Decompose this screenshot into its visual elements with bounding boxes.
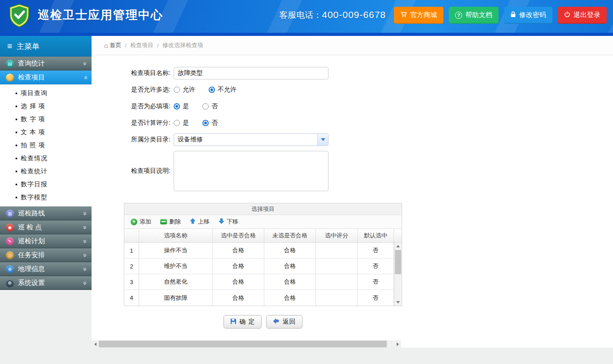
submenu-item-label: 文 本 项 bbox=[21, 128, 45, 136]
radio-checked-icon[interactable] bbox=[209, 87, 215, 93]
cell-unselected-ok: 合格 bbox=[264, 243, 316, 258]
service-phone-number: 400-009-6678 bbox=[322, 9, 386, 20]
submenu-item-project-query[interactable]: 项目查询 bbox=[0, 87, 92, 100]
breadcrumb-home[interactable]: ⌂首页 bbox=[104, 41, 121, 49]
sidebar-item-geo[interactable]: ⊕ 地理信息 » bbox=[0, 262, 92, 276]
table-row[interactable]: 4 固有故障 合格 合格 否 bbox=[124, 290, 394, 306]
radio-yes-label: 是 bbox=[183, 119, 189, 127]
chevron-down-icon[interactable] bbox=[317, 134, 328, 145]
horizontal-scrollbar-thumb[interactable] bbox=[99, 341, 387, 347]
service-phone: 客服电话：400-009-6678 bbox=[279, 9, 386, 21]
table-row[interactable]: 2 维护不当 合格 合格 否 bbox=[124, 259, 394, 274]
sidebar-item-routes[interactable]: ▥ 巡检路线 » bbox=[0, 206, 92, 220]
item-name-input[interactable] bbox=[174, 67, 328, 79]
category-select[interactable]: 设备维修 bbox=[174, 133, 328, 146]
submenu-item-number-item[interactable]: 数 字 项 bbox=[0, 113, 92, 126]
radio-score-no[interactable]: 否 bbox=[202, 119, 218, 127]
submenu-item-number-daily[interactable]: 数字日报 bbox=[0, 178, 92, 191]
form-row-required: 是否为必填项: 是 否 bbox=[124, 100, 613, 113]
official-shop-button[interactable]: 官方商城 bbox=[394, 7, 443, 24]
options-table: 选择项目 +添加 删除 上移 下移 选项名称 选中是否合格 未选是否合格 选中评… bbox=[124, 203, 402, 306]
add-option-label: 添加 bbox=[140, 218, 151, 226]
radio-required-no[interactable]: 否 bbox=[202, 102, 218, 110]
col-unselected-ok[interactable]: 未选是否合格 bbox=[264, 229, 316, 242]
radio-checked-icon[interactable] bbox=[202, 120, 209, 126]
radio-not-allow[interactable]: 不允许 bbox=[209, 86, 236, 94]
radio-icon[interactable] bbox=[174, 120, 180, 126]
back-button[interactable]: 返回 bbox=[266, 315, 302, 329]
radio-score-yes[interactable]: 是 bbox=[174, 119, 189, 127]
submenu-item-number-model[interactable]: 数字模型 bbox=[0, 191, 92, 204]
add-option-button[interactable]: +添加 bbox=[127, 216, 155, 228]
submenu-item-check-status[interactable]: 检查情况 bbox=[0, 152, 92, 165]
logout-button[interactable]: 退出登录 bbox=[558, 7, 607, 24]
vertical-scrollbar-thumb[interactable] bbox=[395, 250, 401, 274]
scroll-left-icon[interactable] bbox=[92, 340, 99, 348]
sidebar-item-tasks[interactable]: ◷ 任务安排 » bbox=[0, 248, 92, 262]
cell-option-name: 固有故障 bbox=[139, 290, 213, 306]
home-icon: ⌂ bbox=[104, 42, 108, 49]
breadcrumb-section[interactable]: 检查项目 bbox=[130, 41, 153, 49]
help-docs-label: 帮助文档 bbox=[465, 11, 492, 19]
cell-index: 4 bbox=[124, 290, 139, 306]
sidebar-item-points[interactable]: ◉ 巡 检 点 » bbox=[0, 220, 92, 234]
sidebar-item-settings[interactable]: ⚙ 系统设置 » bbox=[0, 276, 92, 290]
table-row[interactable]: 1 操作不当 合格 合格 否 bbox=[124, 243, 394, 259]
submenu-item-label: 检查情况 bbox=[21, 154, 48, 162]
submenu-item-photo-item[interactable]: 拍 照 项 bbox=[0, 139, 92, 152]
options-table-body: 1 操作不当 合格 合格 否 2 维护不当 合格 合格 否 3 bbox=[124, 243, 402, 306]
col-option-name[interactable]: 选项名称 bbox=[139, 229, 213, 242]
bullet-icon bbox=[15, 181, 21, 188]
sidebar-item-inspection-items[interactable]: 检查项目 » bbox=[0, 70, 92, 84]
help-docs-button[interactable]: ? 帮助文档 bbox=[449, 7, 499, 24]
sphere-icon bbox=[6, 74, 14, 82]
radio-required-yes[interactable]: 是 bbox=[174, 102, 189, 110]
confirm-button[interactable]: 确 定 bbox=[223, 315, 262, 329]
help-icon: ? bbox=[455, 12, 462, 19]
app-header: 巡检卫士应用管理中心 客服电话：400-009-6678 官方商城 ? 帮助文档… bbox=[0, 0, 613, 36]
radio-no-label: 否 bbox=[211, 119, 218, 127]
options-table-toolbar: +添加 删除 上移 下移 bbox=[124, 215, 402, 229]
table-vertical-scrollbar[interactable] bbox=[394, 243, 402, 306]
cell-score bbox=[316, 274, 358, 289]
move-down-button[interactable]: 下移 bbox=[215, 216, 242, 228]
radio-not-allow-label: 不允许 bbox=[218, 86, 236, 94]
sidebar-item-plans[interactable]: ✎ 巡检计划 » bbox=[0, 234, 92, 248]
service-phone-label: 客服电话： bbox=[279, 10, 322, 20]
col-score[interactable]: 选中评分 bbox=[316, 229, 358, 242]
col-default[interactable]: 默认选中 bbox=[358, 229, 394, 242]
table-row[interactable]: 3 自然老化 合格 合格 否 bbox=[124, 274, 394, 290]
radio-checked-icon[interactable] bbox=[174, 103, 180, 110]
col-selected-ok[interactable]: 选中是否合格 bbox=[213, 229, 264, 242]
sidebar-item-label: 任务安排 bbox=[18, 251, 45, 259]
form-actions: 确 定 返回 bbox=[124, 315, 402, 329]
move-up-button[interactable]: 上移 bbox=[186, 216, 214, 228]
submenu-item-text-item[interactable]: 文 本 项 bbox=[0, 126, 92, 139]
delete-option-label: 删除 bbox=[169, 218, 181, 226]
app-title: 巡检卫士应用管理中心 bbox=[38, 7, 163, 23]
bullet-icon bbox=[15, 103, 21, 110]
content-horizontal-scrollbar[interactable] bbox=[92, 340, 401, 348]
radio-icon[interactable] bbox=[202, 103, 209, 110]
cell-default: 否 bbox=[358, 290, 394, 306]
radio-allow[interactable]: 允许 bbox=[174, 86, 195, 94]
submenu-item-check-stats[interactable]: 检查统计 bbox=[0, 165, 92, 178]
edit-form: 检查项目名称: 是否允许多选: 允许 不允许 是否为必填项: 是 否 是否计算评… bbox=[92, 55, 613, 191]
submenu-item-select-item[interactable]: 选 择 项 bbox=[0, 100, 92, 113]
radio-icon[interactable] bbox=[174, 87, 180, 93]
main-content: ⌂首页 检查项目 修改选择检查项 检查项目名称: 是否允许多选: 允许 不允许 … bbox=[92, 36, 613, 348]
sidebar-item-label: 系统设置 bbox=[18, 279, 45, 287]
move-up-label: 上移 bbox=[198, 218, 210, 226]
change-password-button[interactable]: 修改密码 bbox=[504, 7, 552, 24]
scroll-up-icon[interactable] bbox=[394, 243, 402, 250]
cell-default: 否 bbox=[358, 274, 394, 289]
chevron-down-icon: » bbox=[82, 212, 89, 215]
description-textarea[interactable] bbox=[174, 151, 328, 191]
scroll-down-icon[interactable] bbox=[394, 299, 402, 306]
back-arrow-icon bbox=[273, 318, 279, 325]
sidebar-item-query-stats[interactable]: ▤ 查询统计 » bbox=[0, 57, 92, 70]
bullet-icon bbox=[15, 142, 21, 149]
delete-option-button[interactable]: 删除 bbox=[156, 216, 185, 228]
bullet-icon bbox=[15, 129, 21, 136]
scroll-right-icon[interactable] bbox=[394, 340, 401, 348]
